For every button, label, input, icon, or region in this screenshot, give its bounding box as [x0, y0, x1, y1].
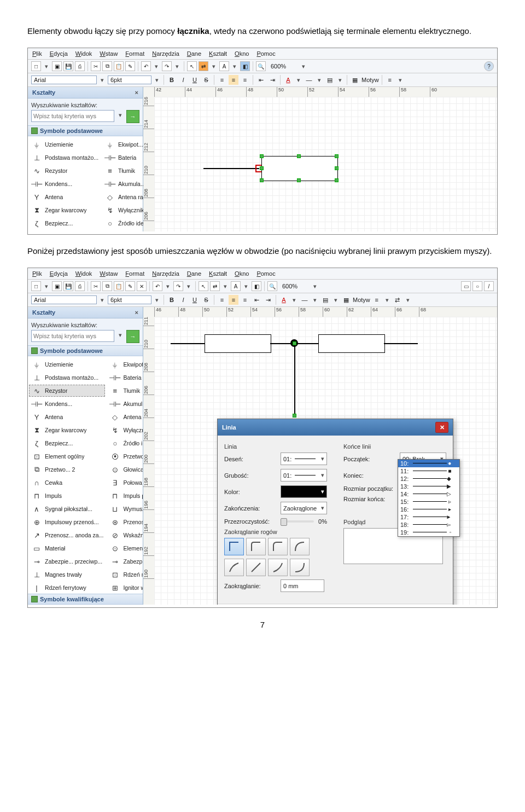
cut-icon[interactable]: ✂: [91, 281, 101, 291]
menu-wstaw[interactable]: Wstaw: [100, 50, 118, 57]
search-input[interactable]: [31, 330, 114, 342]
paste-icon[interactable]: 📋: [114, 61, 124, 71]
transparency-slider[interactable]: [281, 520, 314, 523]
shape-item[interactable]: ⊙Głowica adaptera: [107, 463, 143, 475]
theme-label[interactable]: Motyw: [361, 77, 379, 83]
pointer-icon[interactable]: ↖: [199, 281, 208, 291]
size-combo[interactable]: 6pkt: [108, 76, 151, 84]
shapes-icon[interactable]: ◧: [240, 61, 250, 71]
search-input[interactable]: [31, 110, 114, 122]
shape-item[interactable]: ⧗Zegar kwarcowy: [29, 204, 100, 216]
brush-icon[interactable]: ✎: [125, 61, 135, 71]
strike-icon[interactable]: S: [201, 75, 211, 85]
round-m[interactable]: [268, 538, 288, 555]
bold-icon[interactable]: B: [167, 295, 177, 305]
copy-icon[interactable]: ⧉: [102, 61, 112, 71]
shape-item[interactable]: ⊓Impuls: [29, 490, 105, 502]
shape-item[interactable]: ⊣⊢Kondens...: [29, 178, 100, 190]
menu-narzędzia[interactable]: Narzędzia: [152, 50, 179, 57]
component-rect[interactable]: [261, 156, 338, 181]
rect-icon[interactable]: ▭: [461, 281, 471, 291]
cut-icon[interactable]: ✂: [91, 61, 101, 71]
dialog-close-button[interactable]: ✕: [435, 422, 448, 433]
help-icon[interactable]: ?: [484, 61, 494, 71]
align-right-icon[interactable]: ≡: [240, 75, 250, 85]
dropdown-option[interactable]: 12:◆: [398, 475, 459, 483]
resize-handle[interactable]: [335, 154, 339, 158]
zoom-combo[interactable]: 600%: [282, 283, 310, 289]
shape-item[interactable]: ⊥Magnes trwały: [29, 569, 105, 581]
menu-edycja[interactable]: Edycja: [50, 50, 68, 57]
round-inv-s[interactable]: [224, 559, 244, 576]
menu-widok[interactable]: Widok: [75, 270, 92, 277]
dropdown-option[interactable]: 10:●: [398, 460, 459, 467]
fill-icon[interactable]: ▤: [320, 295, 330, 305]
print-icon[interactable]: ⎙: [75, 281, 85, 291]
save-icon[interactable]: 💾: [63, 61, 73, 71]
weight-combo[interactable]: 01:▾: [281, 469, 327, 482]
shape-item[interactable]: |Rdzeń ferrytowy: [29, 582, 105, 594]
menu-widok[interactable]: Widok: [75, 50, 92, 57]
theme-icon[interactable]: ▦: [341, 295, 351, 305]
align-left-icon[interactable]: ≡: [217, 295, 227, 305]
shape-item[interactable]: ⊔Wymusz... skokowe: [107, 503, 143, 515]
resize-handle[interactable]: [335, 166, 339, 170]
align-right-icon[interactable]: ≡: [240, 295, 250, 305]
resize-handle[interactable]: [260, 178, 264, 182]
copy-icon[interactable]: ⧉: [102, 281, 112, 291]
italic-icon[interactable]: I: [178, 295, 188, 305]
shape-item[interactable]: ⊸Zabezpie... przeciwp...: [29, 555, 105, 567]
resize-handle[interactable]: [260, 166, 264, 170]
shape-item[interactable]: ∩Cewka: [29, 477, 105, 489]
dropdown-option[interactable]: 18:▻: [398, 521, 459, 529]
shape-item[interactable]: ○Źródło idealne: [107, 437, 143, 449]
menu-wstaw[interactable]: Wstaw: [100, 270, 118, 277]
shape-item[interactable]: ⊸Zabezpie... przeciwp...: [107, 555, 143, 567]
close-icon[interactable]: ×: [135, 309, 138, 316]
shape-item[interactable]: ⊛Przenośnik odczytu ...: [107, 516, 143, 528]
shape-item[interactable]: ⊥Podstawa montażo...: [29, 152, 100, 164]
indent-inc-icon[interactable]: ⇥: [267, 75, 277, 85]
end-style-dropdown[interactable]: 10:●11:■12:◆13:▶14:▷15:▹16:▸17:►18:▻19:◦: [398, 459, 460, 537]
shape-item[interactable]: ∃Połowa uzwojenia: [107, 477, 143, 489]
round-value[interactable]: 0 mm: [281, 579, 324, 592]
endpoint-handle[interactable]: [293, 414, 296, 417]
italic-icon[interactable]: I: [178, 75, 188, 85]
resize-handle[interactable]: [297, 178, 301, 182]
indent-dec-icon[interactable]: ⇤: [256, 75, 266, 85]
redo-icon[interactable]: ↷: [173, 281, 183, 291]
shape-item[interactable]: ⊘Wskaźnik: [107, 529, 143, 541]
shape-item[interactable]: ⊙Element opóźniaj...: [107, 542, 143, 554]
arrows-icon[interactable]: ⇄: [393, 295, 402, 305]
font-combo[interactable]: Arial: [31, 76, 97, 84]
menu-okno[interactable]: Okno: [235, 50, 249, 57]
print-icon[interactable]: ⎙: [75, 61, 85, 71]
shape-item[interactable]: ⊓Impuls przemie...: [107, 490, 143, 502]
text-icon[interactable]: A: [231, 281, 241, 291]
zoom-icon[interactable]: 🔍: [267, 281, 277, 291]
new-icon[interactable]: □: [31, 281, 41, 291]
dropdown-option[interactable]: 19:◦: [398, 529, 459, 536]
menu-format[interactable]: Format: [125, 270, 144, 277]
indent-inc-icon[interactable]: ⇥: [263, 295, 273, 305]
strike-icon[interactable]: S: [201, 295, 211, 305]
shape-item[interactable]: ⊡Element ogólny: [29, 450, 105, 462]
font-color-icon[interactable]: A: [279, 295, 289, 305]
fill-icon[interactable]: ▤: [325, 75, 335, 85]
size-combo[interactable]: 6pkt: [108, 295, 151, 304]
shape-item[interactable]: ◇Antena ramowa: [107, 411, 143, 423]
resize-handle[interactable]: [260, 154, 264, 158]
menu-kształt[interactable]: Kształt: [209, 270, 227, 277]
close-icon[interactable]: ×: [135, 89, 138, 96]
indent-dec-icon[interactable]: ⇤: [252, 295, 261, 305]
shape-item[interactable]: ⧗Zegar kwarcowy: [29, 424, 105, 436]
shape-item[interactable]: ζBezpiecz...: [29, 437, 105, 449]
line-icon[interactable]: —: [304, 75, 314, 85]
shape-item[interactable]: ζBezpiecz...: [29, 217, 100, 229]
menu-pomoc[interactable]: Pomoc: [256, 50, 275, 57]
align-left-icon[interactable]: ≡: [217, 75, 227, 85]
shapes-icon[interactable]: ◧: [252, 281, 261, 291]
menu-edycja[interactable]: Edycja: [50, 270, 68, 277]
delete-icon[interactable]: ✕: [137, 281, 147, 291]
round-none[interactable]: [224, 538, 244, 555]
